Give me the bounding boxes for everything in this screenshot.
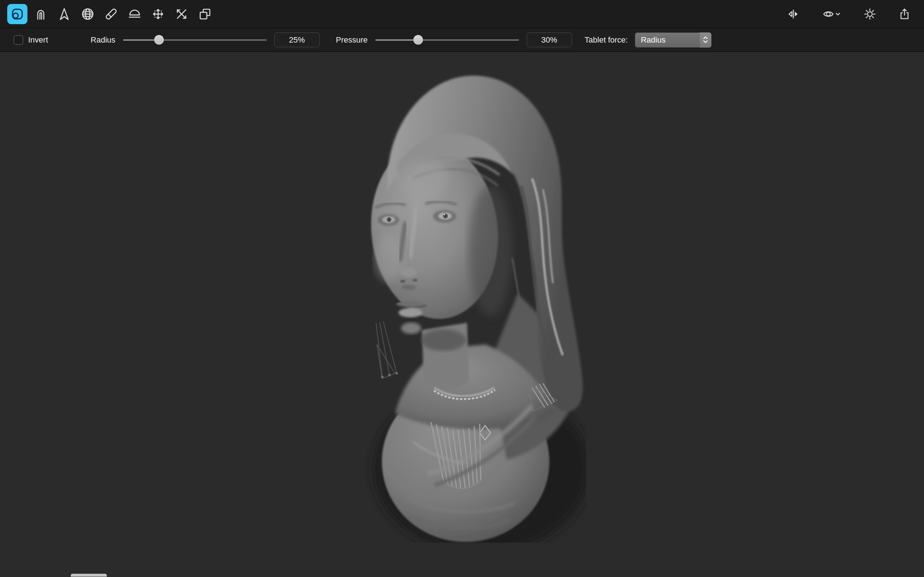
pressure-value-field[interactable]: 30% <box>527 32 572 47</box>
view-controls <box>783 4 917 24</box>
wireframe-globe-icon <box>81 7 95 21</box>
eraser-icon <box>104 7 118 21</box>
pressure-slider-fill <box>375 39 418 41</box>
radius-value-field[interactable]: 25% <box>274 32 320 47</box>
tablet-force-selected: Radius <box>635 35 699 45</box>
sphere-tool[interactable] <box>78 4 98 24</box>
share-button[interactable] <box>894 4 914 24</box>
invert-control[interactable]: Invert <box>14 35 48 45</box>
expand-tool[interactable] <box>148 4 168 24</box>
tablet-force-select[interactable]: Radius <box>635 32 711 48</box>
pressure-slider-thumb[interactable] <box>413 35 423 45</box>
background-window-sliver[interactable] <box>71 574 107 577</box>
hemisphere-tool[interactable] <box>124 4 145 24</box>
hemisphere-icon <box>128 7 142 21</box>
eraser-tool[interactable] <box>101 4 121 24</box>
crossed-arrows-icon <box>174 7 189 21</box>
transform-tool[interactable] <box>195 4 215 24</box>
magnet-tool[interactable] <box>31 4 51 24</box>
lighting-toggle[interactable] <box>860 4 880 24</box>
pressure-label: Pressure <box>336 35 368 45</box>
pressure-slider[interactable] <box>375 33 519 47</box>
main-toolbar <box>0 0 924 28</box>
radius-slider-thumb[interactable] <box>154 35 164 45</box>
app-window: Invert Radius 25% Pressure 30% Tablet fo… <box>0 0 924 577</box>
share-icon <box>898 8 911 21</box>
radius-label: Radius <box>90 35 115 45</box>
sculpt-model[interactable] <box>362 70 586 543</box>
radius-slider[interactable] <box>123 33 267 47</box>
tablet-force-label: Tablet force: <box>585 35 628 45</box>
visibility-menu[interactable] <box>818 4 845 24</box>
invert-checkbox[interactable] <box>14 35 23 45</box>
up-down-chevrons-icon <box>703 35 709 44</box>
tool-palette <box>7 4 215 24</box>
clay-brush-icon <box>10 7 24 21</box>
mirror-toggle[interactable] <box>783 4 803 24</box>
pinch-tool[interactable] <box>54 4 74 24</box>
sculpt-viewport[interactable] <box>0 52 924 577</box>
magnet-icon <box>34 7 48 21</box>
four-way-arrows-icon <box>151 7 165 21</box>
overlapping-squares-icon <box>198 7 212 21</box>
eye-chevron-icon <box>821 8 842 21</box>
mirror-icon <box>786 8 801 21</box>
sun-icon <box>863 8 877 21</box>
sculpt-brush-tool[interactable] <box>7 4 27 24</box>
invert-label: Invert <box>28 35 48 45</box>
collapse-tool[interactable] <box>171 4 192 24</box>
dropdown-stepper[interactable] <box>699 32 711 48</box>
radius-slider-fill <box>123 39 159 41</box>
arrow-peak-icon <box>57 7 71 21</box>
options-bar: Invert Radius 25% Pressure 30% Tablet fo… <box>0 28 924 52</box>
